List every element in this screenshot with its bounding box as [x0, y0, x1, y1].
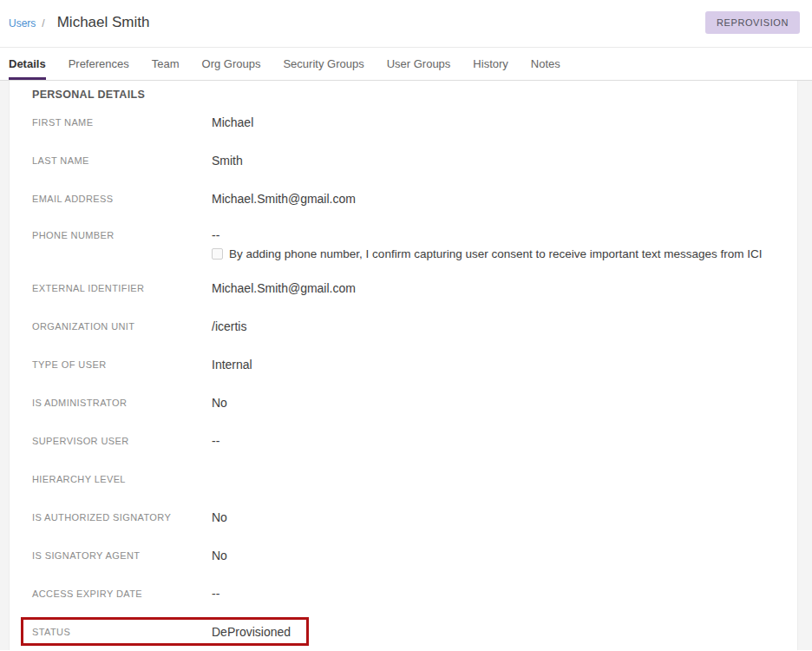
page-title: Michael Smith — [57, 14, 150, 31]
tab-notes[interactable]: Notes — [531, 48, 560, 80]
tab-security-groups[interactable]: Security Groups — [283, 48, 363, 80]
phone-consent-text: By adding phone number, I confirm captur… — [229, 247, 763, 260]
breadcrumb-separator: / — [42, 17, 44, 30]
page-header: Users / Michael Smith REPROVISION — [0, 0, 812, 48]
field-value: /icertis — [212, 319, 246, 333]
field-value: Michael.Smith@gmail.com — [212, 281, 356, 295]
field-label: FIRST NAME — [32, 117, 212, 128]
field-label: ORGANIZATION UNIT — [32, 321, 212, 332]
field-row-type-of-user: TYPE OF USER Internal — [32, 345, 797, 384]
breadcrumb: Users / Michael Smith — [9, 14, 149, 31]
tab-user-groups[interactable]: User Groups — [387, 48, 451, 80]
field-row-hierarchy-level: HIERARCHY LEVEL — [32, 460, 797, 498]
field-label: ACCESS EXPIRY DATE — [32, 589, 212, 599]
field-label: IS AUTHORIZED SIGNATORY — [32, 512, 212, 523]
breadcrumb-users-link[interactable]: Users — [9, 17, 36, 30]
field-label: IS SIGNATORY AGENT — [32, 550, 212, 561]
field-value: No — [212, 510, 227, 524]
reprovision-button[interactable]: REPROVISION — [705, 11, 800, 34]
field-label: EMAIL ADDRESS — [32, 194, 212, 204]
field-value: Michael — [212, 115, 253, 129]
field-label: HIERARCHY LEVEL — [32, 474, 212, 484]
tab-team[interactable]: Team — [152, 48, 180, 80]
field-value: No — [212, 396, 227, 410]
field-row-external-identifier: EXTERNAL IDENTIFIER Michael.Smith@gmail.… — [32, 269, 797, 307]
field-row-last-name: LAST NAME Smith — [32, 141, 797, 180]
field-row-first-name: FIRST NAME Michael — [32, 103, 797, 141]
field-value: Smith — [212, 154, 243, 168]
tab-org-groups[interactable]: Org Groups — [202, 48, 261, 80]
details-panel: PERSONAL DETAILS FIRST NAME Michael LAST… — [9, 81, 798, 650]
field-label: LAST NAME — [32, 155, 212, 166]
field-value: -- — [212, 587, 219, 601]
field-row-is-signatory-agent: IS SIGNATORY AGENT No — [32, 536, 797, 575]
field-row-is-authorized-signatory: IS AUTHORIZED SIGNATORY No — [32, 498, 797, 536]
field-label: PHONE NUMBER — [32, 218, 212, 240]
field-row-phone-number: PHONE NUMBER -- By adding phone number, … — [32, 218, 797, 269]
field-value: -- — [212, 218, 763, 242]
field-label: SUPERVISOR USER — [32, 436, 212, 446]
status-value: DeProvisioned — [212, 625, 291, 639]
field-row-access-expiry-date: ACCESS EXPIRY DATE -- — [32, 575, 797, 613]
field-value: Internal — [212, 358, 252, 372]
field-row-status: STATUS DeProvisioned — [32, 613, 797, 651]
phone-value-block: -- By adding phone number, I confirm cap… — [212, 218, 763, 260]
field-row-supervisor-user: SUPERVISOR USER -- — [32, 422, 797, 460]
field-label: TYPE OF USER — [32, 359, 212, 370]
phone-consent-line: By adding phone number, I confirm captur… — [212, 247, 763, 260]
field-label: IS ADMINISTRATOR — [32, 398, 212, 408]
field-value: No — [212, 549, 227, 562]
field-row-is-administrator: IS ADMINISTRATOR No — [32, 384, 797, 422]
section-title: PERSONAL DETAILS — [32, 88, 797, 102]
tab-history[interactable]: History — [473, 48, 508, 80]
tab-bar: Details Preferences Team Org Groups Secu… — [0, 48, 812, 81]
tab-details[interactable]: Details — [9, 48, 46, 80]
content-area: PERSONAL DETAILS FIRST NAME Michael LAST… — [0, 81, 812, 650]
field-row-organization-unit: ORGANIZATION UNIT /icertis — [32, 307, 797, 345]
field-row-email-address: EMAIL ADDRESS Michael.Smith@gmail.com — [32, 180, 797, 218]
field-value: -- — [212, 434, 219, 448]
field-label: EXTERNAL IDENTIFIER — [32, 283, 212, 293]
phone-consent-checkbox[interactable] — [212, 248, 223, 260]
tab-preferences[interactable]: Preferences — [69, 48, 129, 80]
field-value: Michael.Smith@gmail.com — [212, 192, 356, 206]
field-label: STATUS — [32, 627, 212, 637]
